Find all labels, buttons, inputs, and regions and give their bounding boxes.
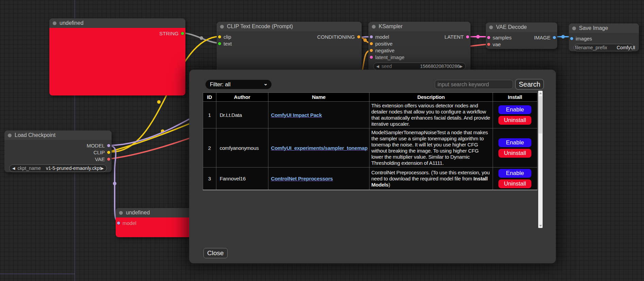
input-slot-dot-icon[interactable] [218, 35, 221, 38]
output-slot-dot-icon[interactable] [466, 35, 469, 38]
node-slots: MODELCLIPVAE [4, 140, 112, 162]
output-slot-dot-icon[interactable] [107, 144, 110, 147]
node-load-checkpoint[interactable]: Load CheckpointMODELCLIPVAE◀ckpt_namev1-… [4, 130, 112, 172]
VAE-output-slot[interactable]: VAE [95, 156, 110, 162]
model-input-slot[interactable]: model [117, 220, 136, 226]
search-input[interactable] [435, 80, 513, 89]
CONDITIONING-output-slot[interactable]: CONDITIONING [317, 34, 360, 40]
clip-input-slot[interactable]: clip [218, 34, 231, 40]
filename_prefix-widget[interactable]: filename_prefixComfyUI [574, 44, 634, 51]
output-slot-label: STRING [159, 31, 179, 36]
scroll-up-icon[interactable] [538, 91, 543, 95]
images-input-slot[interactable]: images [570, 36, 592, 41]
node-collapse-dot-icon[interactable] [489, 25, 493, 29]
widget-left-arrow-icon[interactable]: ◀ [376, 65, 379, 68]
output-slot-dot-icon[interactable] [181, 32, 184, 35]
slot-row: text [217, 40, 362, 47]
STRING-output-slot[interactable]: STRING [159, 31, 184, 36]
ckpt_name-widget[interactable]: ◀ckpt_namev1-5-pruned-emaonly.ckpt▶ [9, 164, 107, 172]
node-save-image[interactable]: Save Imageimagesfilename_prefixComfyUI [569, 23, 639, 51]
node-collapse-dot-icon[interactable] [572, 27, 576, 30]
output-slot-dot-icon[interactable] [553, 36, 556, 39]
IMAGE-output-slot[interactable]: IMAGE [534, 35, 556, 40]
node-collapse-dot-icon[interactable] [53, 21, 56, 25]
input-slot-dot-icon[interactable] [570, 37, 573, 40]
widget-label: ckpt_name [17, 165, 40, 171]
input-slot-dot-icon[interactable] [370, 56, 373, 59]
CLIP-output-slot[interactable]: CLIP [94, 150, 110, 155]
model-link-midpoint-dot [113, 182, 116, 185]
output-slot-dot-icon[interactable] [357, 35, 360, 38]
node-title-bar[interactable]: Save Image [569, 23, 639, 33]
uninstall-button[interactable]: Uninstall [498, 149, 531, 158]
node-body: samplesIMAGEvae [486, 32, 557, 49]
filter-select[interactable]: Filter: all [205, 80, 271, 89]
slot-row: model [116, 219, 192, 226]
output-slot-dot-icon[interactable] [107, 151, 110, 154]
input-slot-dot-icon[interactable] [370, 35, 373, 38]
widget-right-arrow-icon[interactable]: ▶ [101, 166, 104, 170]
slot-row: latent_image [368, 54, 470, 60]
uninstall-button[interactable]: Uninstall [498, 116, 531, 125]
latent_image-input-slot[interactable]: latent_image [370, 54, 404, 60]
enable-button[interactable]: Enable [498, 169, 531, 178]
node-title-bar[interactable]: VAE Decode [486, 22, 557, 32]
cell-author: Fannovel16 [216, 168, 268, 190]
extension-link[interactable]: ControlNet Preprocessors [271, 176, 333, 181]
scrollbar-thumb[interactable] [539, 96, 542, 134]
extension-link[interactable]: ComfyUI_experiments/sampler_tonemap [271, 145, 368, 151]
widget-left-arrow-icon[interactable]: ◀ [12, 166, 15, 170]
input-slot-dot-icon[interactable] [487, 43, 490, 46]
input-slot-label: text [224, 41, 232, 47]
enable-button[interactable]: Enable [498, 105, 531, 114]
comfyui-canvas[interactable]: undefinedSTRINGCLIP Text Encode (Prompt)… [0, 0, 644, 281]
input-slot-dot-icon[interactable] [218, 42, 221, 45]
input-slot-dot-icon[interactable] [117, 222, 120, 225]
node-collapse-dot-icon[interactable] [8, 134, 12, 137]
negative-input-slot[interactable]: negative [370, 48, 395, 53]
scroll-down-icon[interactable] [538, 223, 543, 228]
node-collapse-dot-icon[interactable] [119, 211, 123, 215]
positive-input-slot[interactable]: positive [370, 41, 393, 47]
node-vae-decode[interactable]: VAE DecodesamplesIMAGEvae [486, 22, 557, 49]
node-title-bar[interactable]: KSampler [368, 22, 470, 31]
samples-input-slot[interactable]: samples [487, 35, 512, 40]
custom-nodes-manager-dialog: Filter: all ⌄ Search IDAuthorNameDescrip… [189, 70, 556, 263]
seed-widget[interactable]: ◀seed156680208700286▶ [373, 63, 466, 70]
cell-name: ComfyUI_experiments/sampler_tonemap [268, 128, 369, 168]
output-slot-dot-icon[interactable] [107, 158, 110, 161]
input-slot-dot-icon[interactable] [370, 42, 373, 45]
text-input-slot[interactable]: text [218, 41, 232, 47]
search-button[interactable]: Search [515, 79, 544, 90]
output-slot-label: MODEL [87, 143, 105, 148]
table-scrollbar[interactable] [538, 91, 543, 228]
node-undefined-1[interactable]: undefinedSTRING [49, 18, 185, 95]
input-slot-dot-icon[interactable] [487, 36, 490, 39]
node-title-bar[interactable]: undefined [116, 208, 192, 217]
node-collapse-dot-icon[interactable] [372, 25, 376, 29]
node-undefined-2[interactable]: undefinedmodel [116, 208, 192, 237]
description-text: ModelSamplerTonemapNoiseTest a node that… [371, 129, 488, 166]
enable-button[interactable]: Enable [498, 138, 531, 147]
LATENT-output-slot[interactable]: LATENT [445, 34, 469, 40]
column-header-author: Author [216, 93, 268, 102]
node-clip-text-encode[interactable]: CLIP Text Encode (Prompt)clipCONDITIONIN… [217, 22, 362, 73]
node-title-bar[interactable]: CLIP Text Encode (Prompt) [217, 22, 362, 31]
input-slot-label: positive [375, 41, 393, 47]
node-collapse-dot-icon[interactable] [220, 25, 224, 29]
node-ksampler[interactable]: KSamplermodelLATENTpositivenegativelaten… [368, 22, 470, 73]
widget-right-arrow-icon[interactable]: ▶ [460, 65, 463, 68]
node-title-bar[interactable]: undefined [49, 18, 185, 28]
node-title-bar[interactable]: Load Checkpoint [4, 130, 112, 140]
input-slot-dot-icon[interactable] [370, 49, 373, 52]
gray-link-midpoint-dot [200, 36, 203, 40]
close-button[interactable]: Close [203, 248, 228, 258]
slot-row: VAE [4, 156, 112, 162]
extension-link[interactable]: ComfyUI Impact Pack [271, 112, 322, 118]
slot-row: samplesIMAGE [486, 34, 557, 41]
node-title-label: undefined [126, 210, 150, 216]
uninstall-button[interactable]: Uninstall [498, 179, 531, 188]
vae-input-slot[interactable]: vae [487, 41, 501, 47]
MODEL-output-slot[interactable]: MODEL [87, 143, 110, 148]
model-input-slot[interactable]: model [370, 34, 389, 40]
